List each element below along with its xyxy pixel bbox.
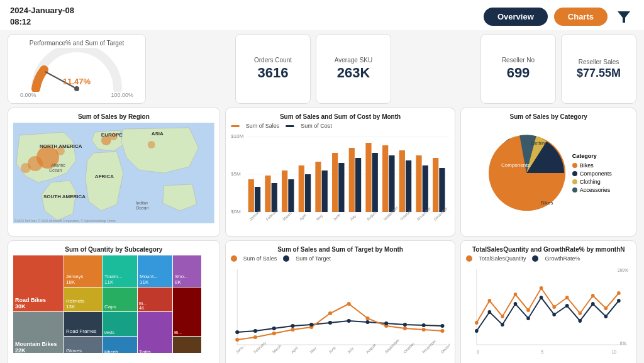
svg-point-92	[421, 323, 425, 327]
svg-point-88	[347, 319, 350, 323]
svg-point-133	[618, 299, 621, 303]
average-sku-label: Average SKU	[335, 57, 372, 64]
svg-text:October: October	[402, 342, 415, 354]
svg-text:SOUTH AMERICA: SOUTH AMERICA	[43, 194, 86, 199]
svg-rect-40	[348, 148, 354, 212]
svg-point-79	[403, 327, 407, 330]
treemap-sho: Sho... 8K	[173, 255, 201, 287]
svg-point-110	[475, 321, 479, 325]
bar-legend-cost-label: Sum of Cost	[301, 123, 332, 129]
treemap-caps: Caps	[103, 288, 137, 311]
average-sku-value: 263K	[337, 65, 370, 81]
pie-legend: Category Bikes Components Clothing	[572, 153, 612, 193]
svg-point-71	[253, 335, 257, 339]
svg-point-75	[328, 311, 332, 315]
svg-text:NORTH AMERICA: NORTH AMERICA	[40, 143, 82, 149]
charts-button[interactable]: Charts	[554, 8, 608, 26]
svg-text:April: April	[299, 213, 307, 221]
line-qty-icon	[466, 255, 472, 262]
svg-point-76	[347, 302, 350, 306]
svg-point-2	[74, 86, 79, 91]
svg-point-82	[235, 330, 239, 334]
filter-button[interactable]	[614, 6, 634, 26]
treemap-bi2: Bi...	[173, 288, 201, 336]
orders-count-label: Orders Count	[254, 57, 292, 64]
svg-text:0: 0	[477, 350, 479, 354]
reseller-sales-card: Reseller Sales $77.55M	[561, 34, 636, 104]
svg-text:March: March	[282, 211, 292, 221]
svg-point-120	[604, 306, 608, 310]
svg-point-115	[540, 286, 543, 290]
svg-text:Indian: Indian	[136, 201, 148, 205]
bar-chart-area: $10M $5M $0M	[231, 130, 450, 231]
svg-rect-45	[389, 155, 394, 212]
svg-rect-50	[433, 158, 438, 212]
svg-rect-46	[399, 150, 404, 212]
line-growth-title: TotalSalesQuantity and GrowthRate% by mm…	[466, 246, 631, 253]
orders-count-value: 3616	[258, 65, 289, 81]
svg-rect-32	[282, 170, 287, 212]
line-growth-icon	[532, 255, 538, 262]
svg-point-90	[384, 321, 388, 325]
main-content: Performance% and Sum of Target 11.47% 0.…	[0, 30, 644, 363]
svg-rect-34	[298, 165, 304, 212]
header: 2024-January-08 08:12 Overview Charts	[0, 0, 644, 30]
svg-point-7	[21, 163, 31, 173]
bar-legend-cost-icon	[286, 125, 294, 127]
line-target-icon	[283, 255, 289, 262]
bar-legend-sales-label: Sum of Sales	[246, 123, 280, 129]
svg-point-121	[618, 291, 621, 295]
svg-rect-29	[255, 187, 260, 212]
treemap-mountain-bikes: Mountain Bikes 22K	[13, 312, 64, 353]
svg-point-112	[501, 315, 505, 318]
svg-text:$10M: $10M	[231, 133, 244, 139]
bar-legend: Sum of Sales Sum of Cost	[231, 123, 450, 129]
gauge-max: 100.00%	[111, 92, 133, 98]
treemap-mount: Mount... 11K	[138, 255, 172, 287]
gauge-container: 11.47% 0.00% 100.00%	[20, 48, 133, 98]
svg-point-132	[604, 315, 608, 318]
reseller-no-value: 699	[507, 65, 530, 81]
svg-text:10: 10	[612, 350, 616, 354]
svg-text:11.47%: 11.47%	[63, 77, 91, 86]
line-growth-legend: TotalSalesQuantity GrowthRate%	[466, 255, 631, 262]
treemap-title: Sum of Quantity by Subcategory	[13, 246, 214, 253]
reseller-no-card: Reseller No 699	[480, 34, 556, 104]
line-target-area: Janu... February March April May June Ju…	[231, 263, 450, 363]
accessories-color	[572, 187, 577, 193]
clothing-color	[572, 179, 577, 184]
pie-legend-clothing: Clothing	[572, 179, 612, 185]
reseller-no-label: Reseller No	[502, 57, 535, 64]
line-target-card: Sum of Sales and Sum of Target by Month …	[225, 240, 456, 363]
components-label: Components	[580, 170, 612, 177]
svg-point-72	[272, 332, 275, 335]
treemap-jerseys: Jerseys 18K	[64, 255, 102, 287]
svg-point-123	[488, 310, 492, 314]
pie-legend-accessories: Accessories	[572, 187, 612, 193]
svg-rect-43	[372, 153, 377, 212]
accessories-label: Accessories	[580, 187, 611, 193]
map-area: NORTH AMERICA EUROPE ASIA AFRICA SOUTH A…	[13, 123, 214, 223]
svg-text:July: July	[349, 214, 357, 221]
svg-text:5: 5	[541, 350, 544, 354]
svg-point-126	[527, 316, 531, 320]
line-target-label: Sum of Target	[296, 255, 331, 262]
svg-point-91	[403, 323, 407, 327]
svg-point-89	[365, 320, 369, 324]
svg-text:September: September	[384, 338, 400, 354]
svg-text:0%: 0%	[620, 341, 626, 345]
charts-row-1: Sum of Sales by Region	[8, 108, 636, 237]
svg-text:Ocean: Ocean	[49, 168, 62, 172]
overview-button[interactable]: Overview	[484, 8, 548, 26]
components-color	[572, 171, 577, 176]
svg-rect-39	[338, 163, 344, 212]
line-sales-icon	[231, 255, 237, 262]
treemap-wheels: Wheels	[103, 337, 137, 353]
svg-text:May: May	[316, 213, 324, 221]
nav-buttons: Overview Charts	[484, 6, 634, 26]
bar-chart-card: Sum of Sales and Sum of Cost by Month Su…	[225, 108, 456, 237]
time-label: 08:12	[10, 16, 74, 28]
svg-rect-38	[332, 153, 338, 212]
gauge-card: Performance% and Sum of Target 11.47% 0.…	[8, 34, 146, 104]
svg-point-125	[514, 302, 518, 306]
